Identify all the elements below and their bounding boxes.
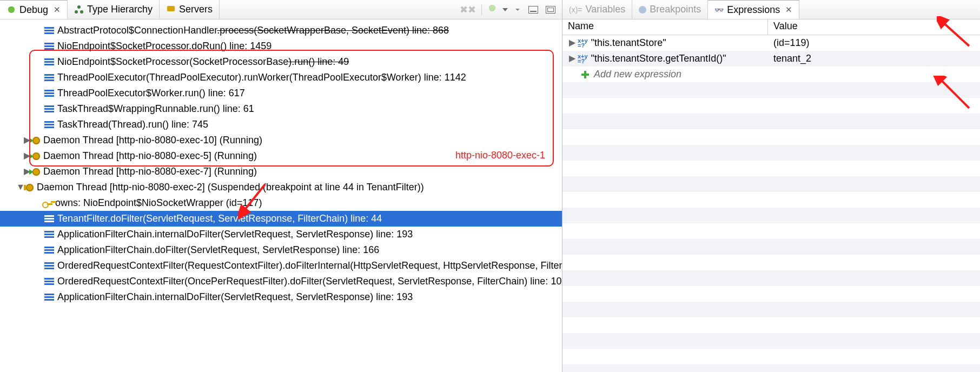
tab-label: Expressions bbox=[727, 4, 780, 16]
bug-icon bbox=[6, 5, 16, 15]
owns-monitor[interactable]: owns: NioEndpoint$NioSocketWrapper (id=1… bbox=[55, 197, 262, 209]
add-expression-label: Add new expression bbox=[594, 69, 681, 80]
hierarchy-icon bbox=[74, 5, 84, 15]
expression-row[interactable]: ▶x+y=?"this.tenantStore"(id=119) bbox=[562, 35, 980, 51]
add-icon bbox=[581, 70, 590, 79]
close-icon[interactable]: ✕ bbox=[785, 5, 792, 15]
servers-icon bbox=[166, 5, 176, 15]
thread-icon bbox=[25, 183, 34, 192]
close-icon[interactable]: ✕ bbox=[54, 5, 61, 15]
key-icon bbox=[42, 201, 52, 206]
variables-icon: (x)= bbox=[569, 5, 582, 14]
stack-frame-icon bbox=[44, 105, 54, 113]
stack-frame-icon bbox=[44, 58, 54, 66]
thread-row[interactable]: Daemon Thread [http-nio-8080-exec-5] (Ru… bbox=[43, 150, 257, 162]
maximize-icon[interactable] bbox=[546, 6, 555, 14]
disclosure-icon[interactable]: ▶ bbox=[568, 53, 577, 63]
stack-frame[interactable]: TaskThread$WrappingRunnable.run() line: … bbox=[57, 103, 254, 115]
thread-icon bbox=[31, 152, 40, 161]
column-header-value[interactable]: Value bbox=[768, 19, 980, 35]
tab-type-hierarchy[interactable]: Type Hierarchy bbox=[68, 0, 160, 19]
tab-debug[interactable]: Debug ✕ bbox=[0, 0, 68, 19]
left-tab-bar: Debug ✕ Type Hierarchy Servers ✖✖ bbox=[0, 0, 562, 19]
tab-label: Debug bbox=[19, 4, 48, 16]
stack-frame[interactable]: NioEndpoint$SocketProcessor(SocketProces… bbox=[57, 56, 349, 68]
stack-frame-icon bbox=[44, 278, 54, 285]
stack-frame-icon bbox=[44, 294, 54, 301]
tab-label: Servers bbox=[179, 4, 213, 15]
disclosure-icon[interactable]: ▶ bbox=[568, 37, 577, 48]
tab-expressions[interactable]: 👓 Expressions ✕ bbox=[708, 0, 799, 19]
expression-icon: x+y=? bbox=[578, 54, 588, 64]
thread-row[interactable]: Daemon Thread [http-nio-8080-exec-7] (Ru… bbox=[43, 166, 257, 177]
thread-row[interactable]: Daemon Thread [http-nio-8080-exec-10] (R… bbox=[43, 135, 262, 146]
stack-frame-icon bbox=[44, 74, 54, 82]
chevron-down-icon[interactable] bbox=[502, 8, 508, 11]
expression-name: "this.tenantStore" bbox=[591, 37, 666, 49]
view-menu-icon[interactable] bbox=[515, 9, 520, 11]
stack-frame[interactable]: ApplicationFilterChain.internalDoFilter(… bbox=[57, 229, 413, 240]
stack-frame[interactable]: TaskThread(Thread).run() line: 745 bbox=[57, 119, 208, 130]
expressions-view: (x)= Variables Breakpoints 👓 Expressions… bbox=[562, 0, 980, 372]
column-header-name[interactable]: Name bbox=[562, 19, 768, 35]
expression-icon: x+y=? bbox=[578, 38, 588, 48]
thread-icon bbox=[31, 136, 40, 145]
right-tab-bar: (x)= Variables Breakpoints 👓 Expressions… bbox=[562, 0, 980, 19]
debug-toolbar-icon[interactable] bbox=[487, 3, 497, 16]
stack-frame-icon bbox=[44, 43, 54, 50]
debug-view: Debug ✕ Type Hierarchy Servers ✖✖ bbox=[0, 0, 562, 372]
thread-icon bbox=[31, 168, 40, 176]
stack-frame-icon bbox=[44, 27, 54, 35]
stack-frame[interactable]: OrderedRequestContextFilter(RequestConte… bbox=[57, 260, 562, 271]
stack-frame-icon bbox=[44, 231, 54, 238]
expressions-header: Name Value bbox=[562, 19, 980, 35]
stack-frame-icon bbox=[44, 90, 54, 97]
expression-value: tenant_2 bbox=[768, 53, 980, 64]
tab-breakpoints[interactable]: Breakpoints bbox=[632, 0, 708, 19]
stack-frame-icon bbox=[44, 247, 54, 254]
stack-frame-icon bbox=[44, 262, 54, 270]
stack-frame[interactable]: ThreadPoolExecutor$Worker.run() line: 61… bbox=[57, 88, 245, 99]
stack-frame[interactable]: ThreadPoolExecutor(ThreadPoolExecutor).r… bbox=[57, 72, 466, 83]
tab-label: Variables bbox=[586, 4, 626, 15]
tab-variables[interactable]: (x)= Variables bbox=[562, 0, 632, 19]
expressions-tree[interactable]: ▶x+y=?"this.tenantStore"(id=119)▶x+y=?"t… bbox=[562, 35, 980, 372]
thread-row[interactable]: Daemon Thread [http-nio-8080-exec-2] (Su… bbox=[37, 182, 424, 193]
minimize-icon[interactable] bbox=[528, 6, 538, 14]
stack-frame[interactable]: AbstractProtocol$ConnectionHandler.proce… bbox=[57, 25, 449, 36]
stack-frame[interactable]: NioEndpoint$SocketProcessor.doRun() line… bbox=[57, 41, 272, 52]
tab-label: Breakpoints bbox=[650, 4, 701, 15]
stack-frame[interactable]: TenantFilter.doFilter(ServletRequest, Se… bbox=[57, 213, 382, 224]
stack-frame-icon bbox=[44, 121, 54, 129]
tab-servers[interactable]: Servers bbox=[160, 0, 220, 19]
stack-frame-icon bbox=[44, 215, 54, 223]
expression-row[interactable]: ▶x+y=?"this.tenantStore.getTenantId()"te… bbox=[562, 51, 980, 67]
debug-tree[interactable]: AbstractProtocol$ConnectionHandler.proce… bbox=[0, 19, 562, 372]
stack-frame[interactable]: OrderedRequestContextFilter(OncePerReque… bbox=[57, 276, 562, 287]
expression-value: (id=119) bbox=[768, 37, 980, 49]
expressions-icon: 👓 bbox=[714, 5, 724, 14]
breakpoints-icon bbox=[639, 6, 646, 14]
stack-frame[interactable]: ApplicationFilterChain.doFilter(ServletR… bbox=[57, 244, 379, 256]
expression-name: "this.tenantStore.getTenantId()" bbox=[591, 53, 726, 64]
stack-frame[interactable]: ApplicationFilterChain.internalDoFilter(… bbox=[57, 291, 413, 303]
remove-terminated-icon[interactable]: ✖✖ bbox=[460, 4, 476, 16]
add-expression-row[interactable]: Add new expression bbox=[562, 67, 980, 82]
tab-label: Type Hierarchy bbox=[87, 4, 153, 15]
